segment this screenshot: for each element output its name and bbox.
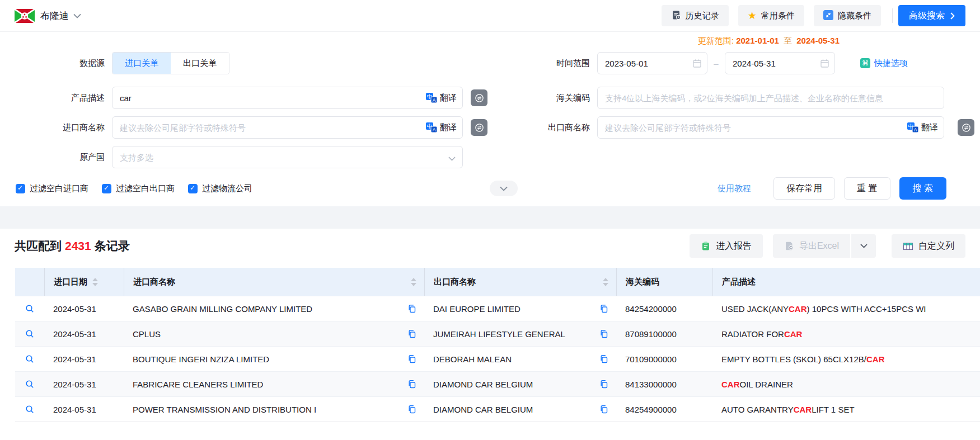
translate-button[interactable]: 中 A 翻译 (426, 87, 457, 109)
exporter-input[interactable] (597, 116, 944, 139)
copy-icon[interactable] (599, 329, 608, 338)
update-range-label: 更新范围: (698, 36, 734, 45)
copy-icon[interactable] (407, 329, 416, 338)
date-from-field (597, 52, 707, 74)
cell-product-desc: EMPTY BOTTLES (SKOL) 65CLX12B/CAR (712, 347, 980, 371)
th-importer[interactable]: 进口商名称 (124, 268, 424, 296)
save-favorite-button[interactable]: 保存常用 (773, 177, 835, 200)
importer-input[interactable] (112, 116, 463, 139)
row-detail-button[interactable] (15, 321, 44, 346)
checkbox-icon[interactable] (102, 184, 111, 193)
exporter-name[interactable]: DAI EUROPE LIMITED (433, 304, 521, 314)
date-from-input[interactable] (597, 52, 707, 74)
collapse-form-button[interactable] (490, 181, 518, 196)
history-button[interactable]: 历史记录 (662, 5, 729, 26)
filter-blank-exporter[interactable]: 过滤空白出口商 (102, 183, 175, 194)
translate-icon: 中 A (426, 93, 437, 103)
results-count: 共匹配到2431条记录 (15, 238, 130, 254)
date-to-input[interactable] (725, 52, 835, 74)
table-row[interactable]: 2024-05-31 CPLUS JUMEIRAH LIFESTYLE GENE… (15, 321, 980, 346)
th-label: 出口商名称 (434, 277, 476, 287)
product-desc-input[interactable] (112, 87, 463, 109)
custom-columns-button[interactable]: 自定义列 (892, 234, 965, 258)
importer-name[interactable]: CPLUS (133, 329, 161, 339)
th-import-date[interactable]: 进口日期 (44, 268, 124, 296)
importer-name[interactable]: GASABO GRAIN MILLING COMPANY LIMITED (133, 304, 312, 314)
copy-icon[interactable] (599, 304, 608, 313)
exporter-name[interactable]: DEBORAH MALEAN (433, 354, 512, 364)
importer-name[interactable]: POWER TRANSMISSION AND DISTRIBUTION I (133, 405, 316, 414)
quick-options-label: 快捷选项 (874, 58, 908, 69)
row-detail-button[interactable] (15, 397, 44, 422)
table-row[interactable]: 2024-05-31 GASABO GRAIN MILLING COMPANY … (15, 296, 980, 321)
copy-icon[interactable] (407, 304, 416, 313)
translate-button[interactable]: 中 A 翻译 (907, 116, 938, 139)
row-detail-button[interactable] (15, 347, 44, 371)
chevron-right-icon (950, 12, 955, 20)
translate-button[interactable]: 中 A 翻译 (426, 116, 457, 139)
sort-icon[interactable] (411, 278, 416, 286)
calendar-icon[interactable] (820, 59, 829, 68)
copy-icon[interactable] (407, 405, 416, 414)
table-row[interactable]: 2024-05-31 FABRICARE CLEANERS LIMITED DI… (15, 371, 980, 396)
copy-icon[interactable] (599, 354, 608, 363)
table-row[interactable]: 2024-05-31 BOUTIQUE INGERI NZIZA LIMITED… (15, 346, 980, 371)
tab-export-customs[interactable]: 出口关单 (171, 53, 229, 74)
data-source-label: 数据源 (0, 58, 112, 69)
origin-country-select[interactable] (112, 146, 463, 168)
product-desc-label: 产品描述 (0, 93, 112, 103)
th-exporter[interactable]: 出口商名称 (424, 268, 616, 296)
quick-options-link[interactable]: ⌘ 快捷选项 (860, 58, 908, 69)
sort-icon[interactable] (603, 278, 608, 286)
filter-label: 过滤物流公司 (202, 183, 252, 194)
exporter-name[interactable]: DIAMOND CAR BELGIUM (433, 380, 533, 389)
cell-exporter: DIAMOND CAR BELGIUM (424, 372, 616, 396)
importer-name[interactable]: BOUTIQUE INGERI NZIZA LIMITED (133, 354, 269, 364)
advanced-search-label: 高级搜索 (909, 10, 945, 22)
reset-button[interactable]: 重 置 (844, 177, 890, 200)
advanced-search-button[interactable]: 高级搜索 (898, 5, 965, 26)
keyword-highlight: CAR (794, 405, 812, 414)
copy-icon[interactable] (599, 405, 608, 414)
sort-icon[interactable] (92, 278, 98, 286)
copy-icon[interactable] (599, 380, 608, 389)
exclude-toggle-button[interactable] (471, 89, 487, 106)
exporter-name[interactable]: JUMEIRAH LIFESTYLE GENERAL (433, 329, 565, 339)
filter-blank-importer[interactable]: 过滤空白进口商 (16, 183, 88, 194)
columns-icon (903, 242, 913, 251)
copy-icon[interactable] (407, 380, 416, 389)
export-excel-button[interactable]: 导出Excel (773, 234, 850, 258)
table-row[interactable]: 2024-05-31 POWER TRANSMISSION AND DISTRI… (15, 396, 980, 422)
search-button[interactable]: 搜 索 (899, 177, 946, 200)
swap-circle-icon (475, 93, 484, 103)
exclude-toggle-button[interactable] (958, 119, 974, 136)
exclude-toggle-button[interactable] (471, 119, 487, 136)
copy-icon[interactable] (407, 354, 416, 363)
chevron-down-icon[interactable] (448, 153, 456, 163)
country-selector-label[interactable]: 布隆迪 (40, 10, 69, 22)
hs-code-input[interactable] (597, 87, 944, 109)
checkbox-icon[interactable] (188, 184, 198, 193)
th-label: 产品描述 (722, 277, 756, 287)
row-detail-button[interactable] (15, 372, 44, 396)
export-dropdown-button[interactable] (850, 234, 876, 258)
country-chevron-down-icon[interactable] (73, 13, 81, 18)
cell-hs-code: 70109000000 (616, 347, 712, 371)
row-detail-button[interactable] (15, 296, 44, 321)
tutorial-link[interactable]: 使用教程 (718, 183, 751, 194)
importer-name[interactable]: FABRICARE CLEANERS LIMITED (133, 380, 263, 389)
history-icon (671, 10, 681, 22)
cell-product-desc: RADIATOR FOR CAR (712, 321, 980, 346)
hide-conditions-button[interactable]: 隐藏条件 (814, 5, 881, 26)
favorite-conditions-button[interactable]: ★ 常用条件 (738, 5, 804, 26)
enter-report-button[interactable]: 进入报告 (690, 234, 763, 258)
cell-importer: FABRICARE CLEANERS LIMITED (124, 372, 424, 396)
update-range-to: 2024-05-31 (796, 36, 840, 45)
filter-logistics[interactable]: 过滤物流公司 (188, 183, 252, 194)
calendar-icon[interactable] (692, 59, 702, 68)
th-hs-code: 海关编码 (616, 268, 712, 296)
enter-report-label: 进入报告 (716, 240, 752, 252)
tab-import-customs[interactable]: 进口关单 (112, 53, 171, 74)
checkbox-icon[interactable] (16, 184, 25, 193)
exporter-name[interactable]: DIAMOND CAR BELGIUM (433, 405, 533, 414)
